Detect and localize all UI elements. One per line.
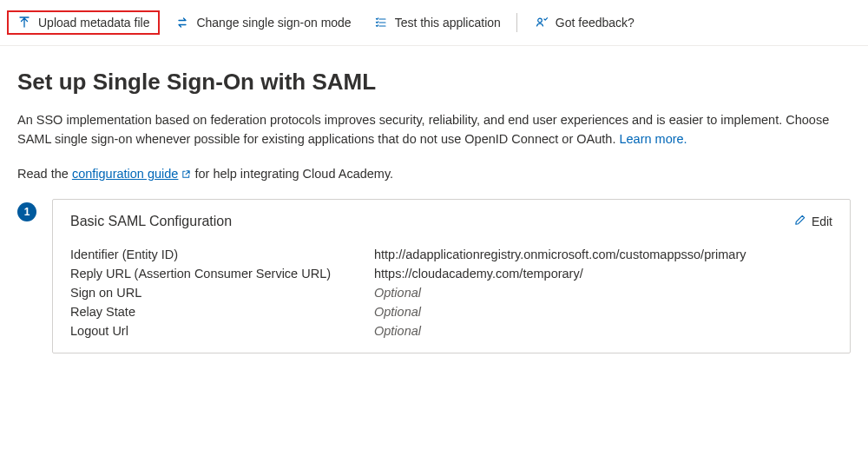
- intro-text: An SSO implementation based on federatio…: [17, 113, 829, 146]
- edit-label: Edit: [812, 215, 832, 228]
- config-key: Relay State: [70, 302, 374, 321]
- checklist-icon: [374, 16, 388, 30]
- guide-prefix: Read the: [17, 167, 72, 181]
- change-mode-label: Change single sign-on mode: [196, 16, 351, 30]
- config-key: Logout Url: [70, 321, 374, 340]
- config-value: http://adapplicationregistry.onmicrosoft…: [374, 245, 832, 264]
- swap-icon: [175, 16, 189, 30]
- step-1: 1 Basic SAML Configuration Edit Identifi…: [17, 199, 851, 353]
- svg-point-0: [538, 18, 542, 23]
- toolbar-separator: [516, 13, 517, 32]
- table-row: Identifier (Entity ID)http://adapplicati…: [70, 245, 832, 264]
- edit-button[interactable]: Edit: [793, 214, 832, 229]
- upload-metadata-label: Upload metadata file: [38, 16, 149, 30]
- guide-suffix: for help integrating Cloud Academy.: [191, 167, 393, 181]
- main-content: Set up Single Sign-On with SAML An SSO i…: [0, 46, 868, 353]
- change-mode-button[interactable]: Change single sign-on mode: [165, 10, 361, 35]
- table-row: Relay StateOptional: [70, 302, 832, 321]
- learn-more-link[interactable]: Learn more.: [619, 132, 687, 146]
- config-key: Identifier (Entity ID): [70, 245, 374, 264]
- config-value: https://cloudacademy.com/temporary/: [374, 264, 832, 283]
- external-link-icon: [181, 167, 191, 181]
- table-row: Logout UrlOptional: [70, 321, 832, 340]
- config-value: Optional: [374, 302, 832, 321]
- config-key: Sign on URL: [70, 283, 374, 302]
- config-value: Optional: [374, 283, 832, 302]
- pencil-icon: [793, 214, 806, 229]
- feedback-button[interactable]: Got feedback?: [524, 10, 645, 35]
- config-value: Optional: [374, 321, 832, 340]
- test-application-label: Test this application: [395, 16, 501, 30]
- saml-config-table: Identifier (Entity ID)http://adapplicati…: [70, 245, 832, 340]
- configuration-guide-link[interactable]: configuration guide: [72, 167, 192, 181]
- card-title: Basic SAML Configuration: [70, 214, 232, 229]
- upload-icon: [17, 16, 31, 30]
- command-bar: Upload metadata file Change single sign-…: [0, 0, 868, 46]
- test-application-button[interactable]: Test this application: [364, 10, 511, 35]
- intro-paragraph: An SSO implementation based on federatio…: [17, 111, 851, 149]
- config-key: Reply URL (Assertion Consumer Service UR…: [70, 264, 374, 283]
- feedback-label: Got feedback?: [556, 16, 635, 30]
- saml-config-tbody: Identifier (Entity ID)http://adapplicati…: [70, 245, 832, 340]
- card-header: Basic SAML Configuration Edit: [70, 214, 832, 229]
- feedback-icon: [535, 16, 549, 30]
- guide-paragraph: Read the configuration guide for help in…: [17, 165, 851, 184]
- basic-saml-config-card: Basic SAML Configuration Edit Identifier…: [52, 199, 851, 353]
- step-number-badge: 1: [17, 202, 36, 221]
- upload-metadata-button[interactable]: Upload metadata file: [7, 10, 160, 35]
- table-row: Sign on URLOptional: [70, 283, 832, 302]
- table-row: Reply URL (Assertion Consumer Service UR…: [70, 264, 832, 283]
- page-title: Set up Single Sign-On with SAML: [17, 69, 851, 96]
